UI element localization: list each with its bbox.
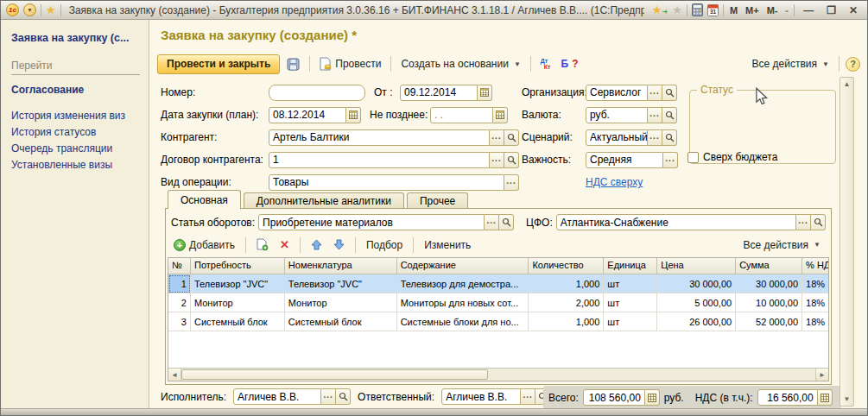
magnifier-icon[interactable]	[662, 107, 677, 123]
sidebar-item-set-visas[interactable]: Установленные визы	[11, 157, 140, 173]
main-tab-panel: Статья оборотов: Приобретение материалов…	[165, 208, 832, 385]
column-header[interactable]: Количество	[529, 258, 604, 274]
sidebar-item-soglasovanie[interactable]: Согласование	[11, 82, 140, 98]
calendar-picker-icon[interactable]	[478, 85, 492, 101]
sidebar-item-visa-history[interactable]: История изменения виз	[11, 108, 140, 123]
cfo-input[interactable]: Атлантика-Снабжение ...	[556, 214, 826, 230]
magnifier-icon[interactable]	[336, 388, 351, 405]
tab-other[interactable]: Прочее	[407, 192, 468, 209]
sidebar-item-translation-queue[interactable]: Очередь трансляции	[11, 141, 140, 156]
scroll-right-icon[interactable]: ►	[815, 369, 828, 381]
add-row-button[interactable]: + Добавить	[170, 237, 238, 253]
magnifier-icon[interactable]	[504, 129, 519, 146]
scroll-left-icon[interactable]: ◄	[168, 369, 181, 381]
scroll-down-icon[interactable]: ▼	[840, 395, 853, 403]
post-button[interactable]: Провести	[316, 55, 384, 72]
vertical-scrollbar[interactable]: ▲ ▼	[839, 77, 854, 407]
post-and-close-button[interactable]: Провести и закрыть	[157, 54, 280, 74]
contractor-input[interactable]: Артель Балтики ...	[269, 129, 519, 146]
scenario-input[interactable]: Актуальный год ...	[586, 129, 677, 146]
column-header[interactable]: Номенклатура	[285, 258, 397, 274]
turnover-item-input[interactable]: Приобретение материалов ...	[258, 214, 514, 230]
favorites-star-icon[interactable]: ★	[46, 4, 56, 16]
edit-button[interactable]: Изменить	[421, 237, 474, 253]
table-row[interactable]: 2 Монитор Монитор Мониторы для новых сот…	[168, 293, 828, 312]
copy-row-button[interactable]	[253, 236, 272, 253]
calculator-icon[interactable]	[692, 3, 703, 16]
save-button[interactable]	[283, 56, 303, 72]
magnifier-icon[interactable]	[504, 152, 519, 168]
from-date-input[interactable]: 09.12.2014	[400, 85, 492, 101]
magnifier-icon[interactable]	[499, 214, 514, 230]
purchase-date-input[interactable]: 08.12.2014	[269, 107, 361, 123]
page-title: Заявка на закупку (создание) *	[161, 28, 357, 42]
responsible-input[interactable]: Агличев В.В. ...	[441, 388, 550, 405]
scrollbar-thumb[interactable]	[181, 369, 488, 380]
total-input[interactable]: 108 560,00	[583, 389, 660, 406]
currency-input[interactable]: руб. ...	[586, 107, 677, 123]
scroll-up-icon[interactable]: ▲	[840, 80, 853, 88]
choose-button[interactable]: ...	[648, 107, 662, 123]
memory-minus-button[interactable]: M-	[765, 5, 780, 16]
choose-button[interactable]: ...	[648, 129, 662, 146]
column-header[interactable]: Сумма	[736, 258, 802, 274]
choose-button[interactable]: ...	[490, 152, 504, 168]
executor-input[interactable]: Агличев В.В. ...	[233, 388, 351, 405]
delete-row-button[interactable]: ✕	[276, 236, 293, 253]
choose-button[interactable]: ...	[796, 214, 811, 230]
calendar-picker-icon[interactable]	[346, 107, 361, 123]
table-row[interactable]: 3 Системный блок Системный блок Системны…	[168, 312, 828, 331]
column-header[interactable]: №	[168, 258, 191, 274]
choose-button[interactable]: ...	[321, 388, 336, 405]
tab-main[interactable]: Основная	[168, 190, 241, 209]
table-row[interactable]: 1 Телевизор "JVC" Телевизор "JVC" Телеви…	[168, 274, 828, 293]
vat-total-input[interactable]: 16 560,00	[757, 389, 833, 406]
column-header[interactable]: Потребность	[191, 258, 285, 274]
tab-additional-analytics[interactable]: Дополнительные аналитики	[244, 192, 404, 209]
move-up-button[interactable]	[307, 237, 326, 252]
move-down-button[interactable]	[330, 237, 348, 252]
sidebar-item-status-history[interactable]: История статусов	[11, 124, 140, 140]
minimize-button[interactable]: —	[799, 4, 818, 16]
number-input[interactable]	[269, 85, 365, 101]
magnifier-icon[interactable]	[662, 129, 677, 146]
main-menu-button[interactable]: ▼	[23, 3, 36, 16]
contract-input[interactable]: 1 ...	[269, 152, 519, 168]
choose-button[interactable]: ...	[490, 129, 504, 146]
operation-type-input[interactable]: Товары ...	[269, 174, 519, 191]
calendar-picker-icon[interactable]	[493, 107, 508, 123]
calendar-icon[interactable]: 31	[707, 3, 719, 16]
table-all-actions-button[interactable]: Все действия ▼	[740, 237, 824, 253]
choose-button[interactable]: ...	[648, 85, 662, 101]
choose-button[interactable]: ...	[663, 152, 678, 168]
choose-button[interactable]: ...	[504, 174, 519, 191]
column-header[interactable]: Цена	[657, 258, 736, 274]
calc-icon[interactable]	[818, 389, 833, 406]
close-button[interactable]: ✕	[845, 4, 862, 16]
organization-input[interactable]: Сервислог ...	[586, 85, 677, 101]
importance-input[interactable]: Средняя ...	[586, 152, 678, 168]
column-header[interactable]: Единица	[604, 258, 657, 274]
column-header[interactable]: % НДС	[802, 258, 828, 274]
memory-m-button[interactable]: M	[728, 5, 739, 16]
memory-plus-button[interactable]: M+	[744, 5, 761, 16]
create-on-basis-button[interactable]: Создать на основании ▼	[397, 56, 523, 72]
over-budget-checkbox[interactable]	[687, 152, 699, 163]
choose-button[interactable]: ...	[485, 214, 499, 230]
column-header[interactable]: Содержание	[397, 258, 529, 274]
choose-button[interactable]: ...	[521, 388, 535, 405]
all-actions-button[interactable]: Все действия ▼	[749, 56, 833, 72]
magnifier-icon[interactable]	[662, 85, 677, 101]
help-button[interactable]: ?	[846, 57, 860, 72]
chevron-down-icon[interactable]: ⌄	[783, 6, 789, 14]
debit-credit-icon[interactable]: ДтКт	[537, 56, 554, 72]
maximize-button[interactable]: ❐	[822, 4, 840, 16]
not-later-input[interactable]: . .	[430, 107, 508, 123]
vat-on-top-link[interactable]: НДС сверху	[586, 176, 643, 188]
pick-button[interactable]: Подбор	[363, 237, 406, 253]
bit-finance-icon[interactable]: Б?	[558, 56, 582, 72]
add-favorite-icon[interactable]: ★➜	[652, 4, 668, 16]
horizontal-scrollbar[interactable]: ◄ ►	[168, 368, 828, 381]
calc-icon[interactable]	[645, 389, 660, 406]
magnifier-icon[interactable]	[811, 214, 826, 230]
